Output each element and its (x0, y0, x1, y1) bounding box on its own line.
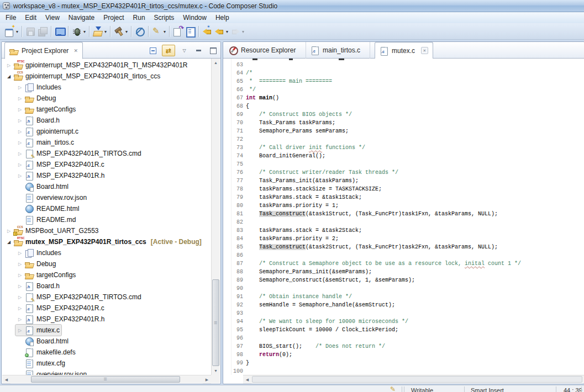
expand-arrow[interactable] (17, 125, 23, 137)
menu-edit[interactable]: Edit (20, 13, 41, 23)
code-line[interactable]: /* Construct writer/reader Task threads … (246, 168, 398, 177)
tree-item[interactable]: MSP_EXP432P401R_TIRTOS.cmd (15, 292, 143, 303)
tree-item[interactable]: hIncludes (15, 82, 63, 93)
code-line[interactable]: Task_construct(&task2Struct, (Task_FuncP… (246, 243, 498, 251)
expand-arrow[interactable] (17, 103, 23, 115)
tree-item[interactable]: README.md (15, 214, 77, 225)
code-line[interactable]: /* We want to sleep for 10000 microsecon… (246, 317, 408, 326)
scroll-down-icon[interactable]: ▼ (212, 367, 220, 375)
expand-arrow[interactable] (6, 70, 12, 82)
code-line[interactable]: int main() (246, 94, 279, 102)
code-line[interactable]: BIOS_start(); /* Does not return */ (246, 342, 385, 351)
code-line[interactable]: { (246, 102, 249, 110)
dropdown-arrow-icon[interactable] (83, 28, 86, 35)
tree-item[interactable]: overview.rov.json (15, 192, 88, 203)
dropdown-arrow-icon[interactable] (125, 28, 128, 35)
view-menu-button[interactable] (179, 45, 190, 56)
maximize-button[interactable] (208, 45, 218, 56)
outline-doc-button[interactable] (184, 25, 196, 38)
pen-tool-button[interactable] (151, 25, 167, 38)
tree-item[interactable]: .hBoard.h (15, 115, 61, 126)
code-line[interactable]: /* Construct BIOS objects */ (246, 110, 352, 119)
tree-item[interactable]: MSP_EXP432P401R_TIRTOS.cmd (15, 148, 143, 159)
editor-horizontal-scrollbar[interactable]: ◀ (243, 375, 584, 383)
menu-run[interactable]: Run (129, 13, 150, 23)
link-with-editor-button[interactable] (162, 45, 175, 56)
dropdown-arrow-icon[interactable] (164, 28, 166, 35)
project-tree-vertical-scrollbar[interactable]: ▲ ☰ ▼ (211, 59, 220, 375)
tree-item[interactable]: targetConfigs (15, 269, 77, 280)
project-tree-horizontal-scrollbar[interactable]: ◀ ☰ ▶ (2, 375, 211, 383)
expand-arrow[interactable] (17, 169, 23, 182)
tree-item[interactable]: Board.html (15, 336, 70, 347)
code-line[interactable]: /* Construct a Semaphore object to be us… (246, 259, 521, 268)
tree-item[interactable]: makefile.defs (15, 347, 77, 358)
code-line[interactable]: Task_Params_init(&taskParams); (246, 177, 359, 185)
minimize-button[interactable] (193, 45, 204, 56)
collapse-all-button[interactable] (148, 45, 158, 56)
scroll-left-icon[interactable]: ◀ (2, 375, 10, 384)
scroll-left-icon[interactable]: ◀ (243, 375, 251, 384)
target-monitor-button[interactable] (54, 25, 66, 38)
menu-help[interactable]: Help (211, 13, 234, 23)
source-swap-button[interactable] (172, 25, 184, 38)
code-line[interactable]: semHandle = Semaphore_handle(&semStruct)… (246, 301, 395, 309)
tree-item[interactable]: .cgpiointerrupt.c (15, 126, 80, 137)
new-file-button[interactable] (3, 25, 19, 38)
expand-arrow[interactable] (17, 81, 23, 93)
close-icon[interactable] (73, 47, 78, 54)
expand-arrow[interactable] (17, 147, 23, 160)
editor-code-area[interactable]: 6364656667686970717273747576777879808182… (224, 59, 584, 375)
expand-arrow[interactable] (17, 313, 23, 325)
build-hammer-button[interactable] (113, 25, 129, 38)
menu-file[interactable]: File (1, 13, 20, 23)
tree-item[interactable]: Board.html (15, 181, 70, 192)
flash-button[interactable] (92, 25, 108, 38)
skip-breakpoints-button[interactable] (134, 25, 146, 38)
code-line[interactable]: /* Call driver init functions */ (246, 144, 365, 152)
code-line[interactable]: * ======== main ======== (246, 77, 332, 86)
tree-item[interactable]: mutex.cfg (15, 358, 67, 369)
expand-arrow[interactable] (17, 158, 23, 171)
tree-item[interactable]: .cmain_tirtos.c (15, 137, 76, 148)
code-line[interactable]: Task_Params taskParams; (246, 119, 335, 127)
expand-arrow[interactable] (17, 291, 23, 303)
expand-arrow[interactable] (17, 269, 23, 281)
code-line[interactable]: sleepTickCount = 10000 / Clock_tickPerio… (246, 326, 398, 334)
close-icon[interactable] (421, 47, 428, 54)
scrollbar-thumb[interactable]: ☰ (212, 279, 219, 366)
expand-arrow[interactable] (17, 302, 23, 314)
tree-item[interactable]: .hBoard.h (15, 280, 61, 292)
code-line[interactable]: /* Obtain instance handle */ (246, 293, 352, 301)
code-line[interactable]: Task_construct(&task1Struct, (Task_FuncP… (246, 210, 498, 218)
tree-item[interactable]: README.html (15, 203, 81, 214)
debug-button[interactable] (71, 25, 87, 38)
menu-scripts[interactable]: Scripts (150, 13, 179, 23)
menu-view[interactable]: View (41, 13, 64, 23)
tree-item[interactable]: CCS!MSPBoot_UART_G2553 (4, 225, 101, 236)
tree-item[interactable]: .cMSP_EXP432P401R.c (15, 159, 106, 170)
code-line[interactable]: Board_initGeneral(); (246, 152, 325, 160)
dropdown-arrow-icon[interactable] (16, 28, 18, 35)
code-line[interactable]: Semaphore_construct(&semStruct, 1, &semP… (246, 276, 415, 284)
tree-item[interactable]: overview.rov.json (15, 369, 88, 375)
tree-item[interactable]: .hMSP_EXP432P401R.h (15, 170, 106, 181)
expand-arrow[interactable] (6, 236, 12, 248)
expand-arrow[interactable] (6, 59, 12, 71)
tab-project-explorer[interactable]: Project Explorer (4, 42, 83, 59)
expand-arrow[interactable] (17, 247, 23, 259)
tab-resource-explorer[interactable]: Resource Explorer (224, 42, 306, 59)
code-line[interactable]: } (246, 359, 249, 367)
tree-item[interactable]: .cMSP_EXP432P401R.c (15, 303, 106, 314)
tree-item[interactable]: .hMSP_EXP432P401R.h (15, 314, 106, 325)
code-line[interactable]: taskParams.priority = 1; (246, 202, 339, 210)
menu-navigate[interactable]: Navigate (64, 13, 99, 23)
code-line[interactable]: */ (246, 86, 256, 94)
expand-arrow[interactable] (17, 324, 23, 336)
code-line[interactable]: taskParams.priority = 2; (246, 235, 339, 243)
expand-arrow[interactable] (17, 258, 23, 270)
scrollbar-thumb[interactable]: ☰ (31, 376, 180, 383)
dropdown-arrow-icon[interactable] (104, 28, 107, 35)
menu-window[interactable]: Window (178, 13, 211, 23)
code-line[interactable]: taskParams.stackSize = TASKSTACKSIZE; (246, 185, 382, 193)
